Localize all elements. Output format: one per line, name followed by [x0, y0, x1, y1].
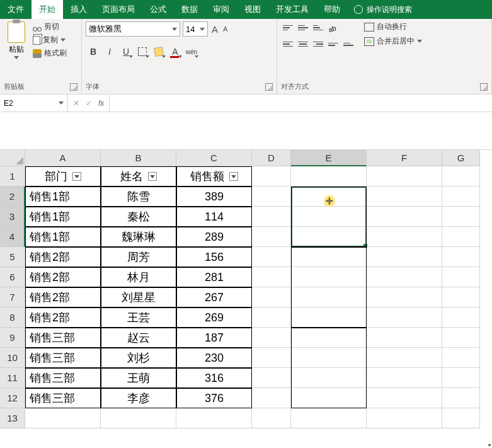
cell-C2[interactable]: 389: [176, 187, 252, 207]
cell-E8[interactable]: [291, 307, 367, 328]
italic-button[interactable]: I: [102, 44, 117, 59]
cell-B8[interactable]: 王芸: [101, 307, 176, 328]
phonetic-button[interactable]: wén: [184, 44, 199, 59]
cell-A6[interactable]: 销售2部: [25, 267, 101, 287]
cell-C10[interactable]: 230: [176, 348, 252, 368]
cell-F1[interactable]: [367, 166, 442, 187]
cell-D7[interactable]: [252, 287, 291, 307]
cell-C9[interactable]: 187: [176, 328, 252, 348]
cell-A9[interactable]: 销售三部: [25, 328, 101, 348]
cell-A1[interactable]: 部门: [25, 166, 101, 187]
row-header-13[interactable]: 13: [0, 408, 25, 428]
cell-F10[interactable]: [367, 348, 442, 368]
cell-B9[interactable]: 赵云: [101, 328, 176, 348]
row-header-11[interactable]: 11: [0, 368, 25, 388]
cell-F3[interactable]: [367, 207, 442, 227]
wrap-text-button[interactable]: 自动换行: [364, 21, 422, 32]
tab-developer[interactable]: 开发工具: [268, 0, 316, 19]
cell-C3[interactable]: 114: [176, 207, 252, 227]
clipboard-launcher[interactable]: [70, 83, 77, 91]
cell-G13[interactable]: [442, 408, 480, 428]
cell-C12[interactable]: 376: [176, 388, 252, 408]
align-bottom-button[interactable]: [311, 21, 325, 34]
col-header-G[interactable]: G: [442, 150, 480, 166]
row-header-12[interactable]: 12: [0, 388, 25, 408]
cell-G1[interactable]: [442, 166, 480, 187]
tell-me-search[interactable]: 操作说明搜索: [348, 0, 418, 19]
cell-A12[interactable]: 销售三部: [25, 388, 101, 408]
align-middle-button[interactable]: [296, 21, 310, 34]
cell-G4[interactable]: [442, 227, 480, 247]
align-left-button[interactable]: [281, 38, 295, 50]
cancel-formula-button[interactable]: ✕: [73, 99, 79, 108]
cell-E5[interactable]: [291, 247, 367, 267]
cell-G10[interactable]: [442, 348, 480, 368]
col-header-F[interactable]: F: [367, 150, 442, 166]
tab-view[interactable]: 视图: [237, 0, 268, 19]
decrease-indent-button[interactable]: [326, 38, 340, 50]
format-painter-button[interactable]: 格式刷: [33, 48, 67, 59]
font-launcher[interactable]: [265, 83, 273, 91]
cell-A13[interactable]: [25, 408, 101, 428]
cell-G11[interactable]: [442, 368, 480, 388]
filter-button[interactable]: [229, 172, 238, 181]
align-center-button[interactable]: [296, 38, 310, 50]
cell-E3[interactable]: [291, 207, 367, 227]
cell-E13[interactable]: [291, 408, 367, 428]
cell-D9[interactable]: [252, 328, 291, 348]
alignment-launcher[interactable]: [480, 83, 488, 91]
cell-C1[interactable]: 销售额: [176, 166, 252, 187]
cell-F4[interactable]: [367, 227, 442, 247]
copy-button[interactable]: 复制: [33, 35, 67, 45]
cell-E9[interactable]: [291, 328, 367, 348]
cell-B5[interactable]: 周芳: [101, 247, 176, 267]
row-header-10[interactable]: 10: [0, 348, 25, 368]
cell-E6[interactable]: [291, 267, 367, 287]
cell-D2[interactable]: [252, 187, 291, 207]
cell-B12[interactable]: 李彦: [101, 388, 176, 408]
cell-D4[interactable]: [252, 227, 291, 247]
align-top-button[interactable]: [281, 21, 295, 34]
cell-A7[interactable]: 销售2部: [25, 287, 101, 307]
fill-color-button[interactable]: [151, 44, 166, 59]
cell-D6[interactable]: [252, 267, 291, 287]
cell-G3[interactable]: [442, 207, 480, 227]
bold-button[interactable]: B: [86, 44, 101, 59]
cell-F5[interactable]: [367, 247, 442, 267]
row-header-6[interactable]: 6: [0, 267, 25, 287]
cell-C13[interactable]: [176, 408, 252, 428]
cut-button[interactable]: 剪切: [33, 21, 67, 32]
tab-data[interactable]: 数据: [174, 0, 205, 19]
tab-home[interactable]: 开始: [31, 0, 63, 19]
cell-G8[interactable]: [442, 307, 480, 328]
cell-D11[interactable]: [252, 368, 291, 388]
cell-D5[interactable]: [252, 247, 291, 267]
cell-C8[interactable]: 269: [176, 307, 252, 328]
cell-B11[interactable]: 王萌: [101, 368, 176, 388]
fx-button[interactable]: fx: [98, 99, 104, 108]
cell-B7[interactable]: 刘星星: [101, 287, 176, 307]
cell-A3[interactable]: 销售1部: [25, 207, 101, 227]
cell-B13[interactable]: [101, 408, 176, 428]
cell-D10[interactable]: [252, 348, 291, 368]
underline-button[interactable]: U: [118, 44, 134, 59]
select-all-button[interactable]: [0, 150, 25, 166]
cell-G2[interactable]: [442, 187, 480, 207]
cell-B4[interactable]: 魏琳琳: [101, 227, 176, 247]
col-header-D[interactable]: D: [252, 150, 291, 166]
align-right-button[interactable]: [311, 38, 325, 50]
cell-A4[interactable]: 销售1部: [25, 227, 101, 247]
cell-C6[interactable]: 281: [176, 267, 252, 287]
row-header-4[interactable]: 4: [0, 227, 25, 247]
cell-G7[interactable]: [442, 287, 480, 307]
filter-button[interactable]: [148, 172, 157, 181]
cell-D3[interactable]: [252, 207, 291, 227]
tab-insert[interactable]: 插入: [63, 0, 94, 19]
cell-B3[interactable]: 秦松: [101, 207, 176, 227]
paste-button[interactable]: 粘贴: [4, 21, 29, 81]
cell-D12[interactable]: [252, 388, 291, 408]
row-header-7[interactable]: 7: [0, 287, 25, 307]
font-name-select[interactable]: 微软雅黑: [86, 21, 180, 37]
row-header-8[interactable]: 8: [0, 307, 25, 328]
cell-F6[interactable]: [367, 267, 442, 287]
